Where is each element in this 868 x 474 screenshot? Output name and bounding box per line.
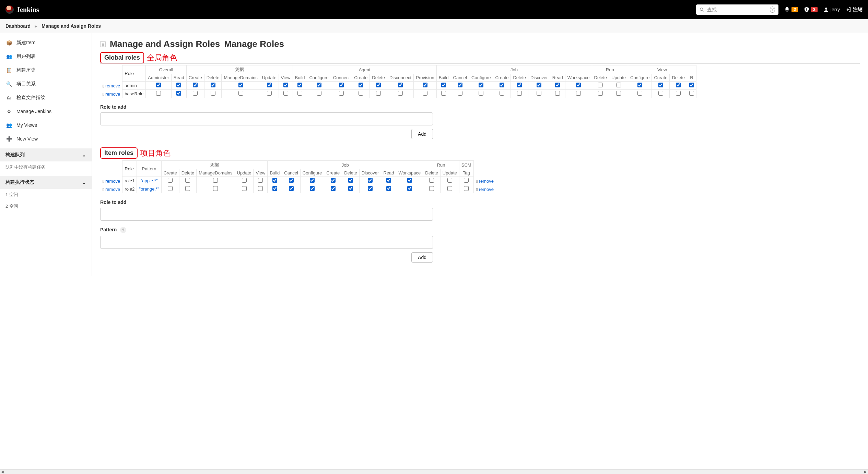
permission-checkbox[interactable] — [555, 91, 560, 96]
sidebar-item-2[interactable]: 📋构建历史 — [0, 63, 92, 77]
permission-checkbox[interactable] — [297, 91, 302, 96]
item-add-button[interactable]: Add — [411, 252, 433, 263]
pattern-input[interactable] — [100, 236, 433, 249]
breadcrumb-manage-roles[interactable]: Manage and Assign Roles — [42, 23, 101, 29]
permission-checkbox[interactable] — [289, 186, 294, 191]
sidebar-item-5[interactable]: ⚙Manage Jenkins — [0, 105, 92, 118]
permission-checkbox[interactable] — [176, 91, 181, 96]
permission-checkbox[interactable] — [213, 178, 218, 183]
permission-checkbox[interactable] — [676, 91, 681, 96]
permission-checkbox[interactable] — [238, 91, 243, 96]
global-add-button[interactable]: Add — [411, 129, 433, 139]
permission-checkbox[interactable] — [423, 91, 427, 96]
permission-checkbox[interactable] — [676, 83, 681, 87]
search-box[interactable]: ? — [696, 4, 778, 15]
remove-role-button[interactable]: remove — [102, 187, 120, 192]
permission-checkbox[interactable] — [517, 83, 522, 87]
permission-checkbox[interactable] — [339, 91, 344, 96]
permission-checkbox[interactable] — [283, 91, 288, 96]
permission-checkbox[interactable] — [517, 91, 522, 96]
permission-checkbox[interactable] — [359, 91, 363, 96]
permission-checkbox[interactable] — [576, 91, 581, 96]
permission-checkbox[interactable] — [176, 83, 181, 87]
permission-checkbox[interactable] — [297, 83, 302, 87]
permission-checkbox[interactable] — [376, 91, 381, 96]
permission-checkbox[interactable] — [598, 91, 603, 96]
user-menu[interactable]: jerry — [823, 7, 840, 13]
permission-checkbox[interactable] — [317, 91, 321, 96]
search-input[interactable] — [707, 7, 767, 12]
pattern-link[interactable]: "apple.*" — [141, 178, 158, 183]
permission-checkbox[interactable] — [289, 178, 294, 183]
permission-checkbox[interactable] — [441, 83, 446, 87]
permission-checkbox[interactable] — [267, 91, 272, 96]
permission-checkbox[interactable] — [447, 178, 452, 183]
permission-checkbox[interactable] — [310, 178, 315, 183]
permission-checkbox[interactable] — [348, 178, 353, 183]
permission-checkbox[interactable] — [193, 91, 198, 96]
permission-checkbox[interactable] — [258, 178, 263, 183]
breadcrumb-dashboard[interactable]: Dashboard — [5, 23, 31, 29]
permission-checkbox[interactable] — [429, 178, 434, 183]
permission-checkbox[interactable] — [168, 178, 173, 183]
sidebar-item-6[interactable]: 👥My Views — [0, 118, 92, 132]
permission-checkbox[interactable] — [537, 83, 541, 87]
permission-checkbox[interactable] — [598, 83, 603, 87]
permission-checkbox[interactable] — [423, 83, 427, 87]
permission-checkbox[interactable] — [616, 83, 621, 87]
permission-checkbox[interactable] — [637, 83, 642, 87]
permission-checkbox[interactable] — [272, 186, 277, 191]
permission-checkbox[interactable] — [407, 186, 412, 191]
sidebar-item-1[interactable]: 👥用户列表 — [0, 50, 92, 63]
permission-checkbox[interactable] — [500, 91, 504, 96]
permission-checkbox[interactable] — [258, 186, 263, 191]
sidebar-item-0[interactable]: 📦新建Item — [0, 36, 92, 50]
permission-checkbox[interactable] — [658, 91, 663, 96]
permission-checkbox[interactable] — [464, 186, 469, 191]
item-role-to-add-input[interactable] — [100, 208, 433, 221]
permission-checkbox[interactable] — [317, 83, 321, 87]
permission-checkbox[interactable] — [331, 186, 336, 191]
permission-checkbox[interactable] — [238, 83, 243, 87]
permission-checkbox[interactable] — [458, 91, 462, 96]
build-queue-header[interactable]: 构建队列 ⌄ — [0, 148, 92, 161]
permission-checkbox[interactable] — [331, 178, 336, 183]
permission-checkbox[interactable] — [185, 178, 190, 183]
permission-checkbox[interactable] — [537, 91, 541, 96]
permission-checkbox[interactable] — [168, 186, 173, 191]
permission-checkbox[interactable] — [376, 83, 381, 87]
permission-checkbox[interactable] — [339, 83, 344, 87]
permission-checkbox[interactable] — [211, 91, 215, 96]
permission-checkbox[interactable] — [429, 186, 434, 191]
build-executor-header[interactable]: 构建执行状态 ⌄ — [0, 176, 92, 189]
permission-checkbox[interactable] — [156, 83, 161, 87]
permission-checkbox[interactable] — [637, 91, 642, 96]
permission-checkbox[interactable] — [616, 91, 621, 96]
permission-checkbox[interactable] — [272, 178, 277, 183]
permission-checkbox[interactable] — [398, 83, 403, 87]
permission-checkbox[interactable] — [156, 91, 161, 96]
remove-role-button[interactable]: remove — [476, 187, 494, 192]
permission-checkbox[interactable] — [211, 83, 215, 87]
permission-checkbox[interactable] — [348, 186, 353, 191]
permission-checkbox[interactable] — [242, 186, 247, 191]
permission-checkbox[interactable] — [398, 91, 403, 96]
permission-checkbox[interactable] — [368, 178, 373, 183]
permission-checkbox[interactable] — [441, 91, 446, 96]
permission-checkbox[interactable] — [368, 186, 373, 191]
pattern-help-icon[interactable]: ? — [120, 227, 126, 233]
permission-checkbox[interactable] — [185, 186, 190, 191]
permission-checkbox[interactable] — [576, 83, 581, 87]
global-role-to-add-input[interactable] — [100, 112, 433, 125]
permission-checkbox[interactable] — [689, 83, 694, 87]
remove-role-button[interactable]: remove — [102, 92, 120, 97]
search-help-icon[interactable]: ? — [770, 7, 775, 13]
permission-checkbox[interactable] — [458, 83, 462, 87]
notifications-button[interactable]: 2 — [784, 7, 798, 13]
permission-checkbox[interactable] — [479, 91, 483, 96]
permission-checkbox[interactable] — [242, 178, 247, 183]
brand-area[interactable]: Jenkins — [5, 5, 39, 14]
remove-role-button[interactable]: remove — [476, 179, 494, 184]
permission-checkbox[interactable] — [283, 83, 288, 87]
remove-role-button[interactable]: remove — [102, 83, 120, 88]
